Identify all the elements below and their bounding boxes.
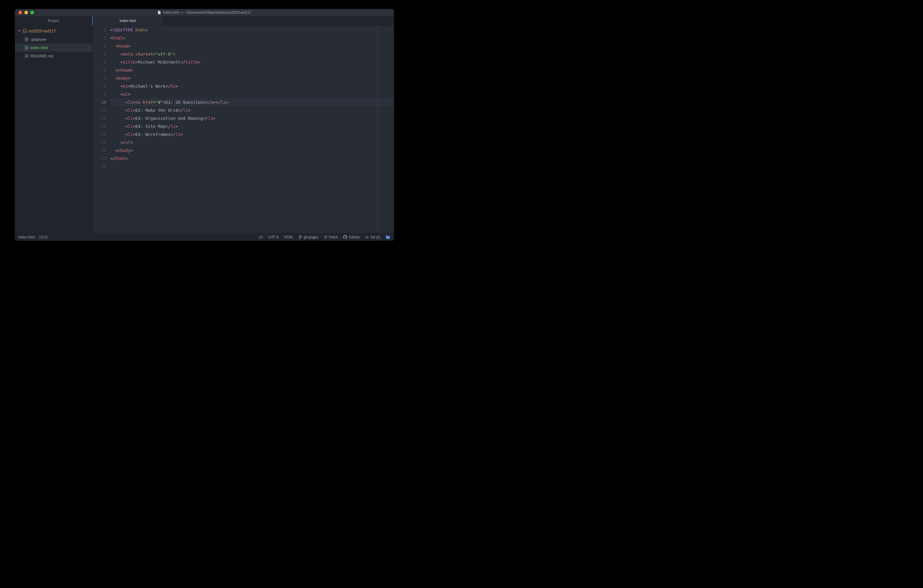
main-area: Project su2020-avt217 .gitignoreindex.ht… [15,16,394,233]
code-line[interactable]: <h1>Michael's Work</h1> [110,82,394,90]
code-line[interactable]: <body> [110,74,394,82]
code-line[interactable]: </ul> [110,138,394,146]
repo-icon [23,29,27,33]
line-number[interactable]: 6 [93,66,106,74]
line-number[interactable]: 13 [93,123,106,130]
status-github[interactable]: GitHub [343,235,360,239]
code-line[interactable]: <title>Michael McDermott</title> [110,58,394,66]
code-line[interactable]: <li>E3: Organization and Naming</li> [110,115,394,123]
svg-point-2 [301,236,302,237]
code-line[interactable] [110,163,394,171]
status-line-ending[interactable]: LF [259,235,263,239]
line-number[interactable]: 17 [93,154,106,163]
line-gutter: 123456789101112131415161718 [93,26,110,233]
line-number[interactable]: 3 [93,42,106,50]
maximize-button[interactable] [30,11,34,14]
line-number[interactable]: 9 [93,90,106,99]
tree-root-label: su2020-avt217 [28,28,56,33]
code-line[interactable]: <html> [110,34,394,42]
line-number[interactable]: 5 [93,58,106,66]
sidebar-panel-tab[interactable]: Project [15,16,93,26]
close-button[interactable] [18,11,22,14]
sidebar: Project su2020-avt217 .gitignoreindex.ht… [15,16,93,233]
code-line[interactable]: <head> [110,42,394,50]
editor-window: index.html — ~/Documents/Repositories/su… [15,9,394,241]
chevron-down-icon [18,30,21,32]
commit-icon [365,236,369,238]
tree-file-label: index.html [30,46,48,50]
code-line[interactable]: <li>E4: Site Map</li> [110,123,394,130]
editor-area: index.html 123456789101112131415161718 <… [93,16,394,233]
code-line[interactable]: <li>E5: Wireframes</li> [110,130,394,138]
status-encoding[interactable]: UTF-8 [269,235,279,239]
code-line[interactable]: <li><a href="#">E1: 20 Questions</a></li… [110,99,394,107]
line-number[interactable]: 4 [93,50,106,58]
line-number[interactable]: 12 [93,115,106,123]
tree-file[interactable]: index.html [15,43,93,52]
status-branch[interactable]: gh-pages [299,235,319,239]
code-line[interactable]: </head> [110,66,394,74]
line-number[interactable]: 15 [93,138,106,146]
code-line[interactable]: <li>E2: Make the Grid</li> [110,107,394,115]
statusbar: index.html 10:22 LF UTF-8 HTML gh-pages … [15,233,394,241]
status-file[interactable]: index.html [18,235,35,239]
file-icon [158,11,161,14]
github-icon [343,235,347,239]
line-number[interactable]: 14 [93,130,106,138]
tab-bar: index.html [93,16,394,26]
code-line[interactable]: <ul> [110,90,394,99]
svg-point-0 [299,235,301,237]
svg-point-3 [366,237,368,238]
code-line[interactable]: </html> [110,154,394,163]
line-number[interactable]: 11 [93,107,106,115]
line-number[interactable]: 2 [93,34,106,42]
line-number[interactable]: 18 [93,163,106,171]
squirrel-icon[interactable] [386,235,391,239]
tree-file-label: README.md [30,54,53,58]
status-fetch[interactable]: Fetch [324,235,338,239]
traffic-lights [15,11,34,14]
tree-file-label: .gitignore [30,37,46,42]
code-content[interactable]: <!DOCTYPE html><html> <head> <meta chars… [110,26,394,233]
code-editor[interactable]: 123456789101112131415161718 <!DOCTYPE ht… [93,26,394,233]
titlebar-text: index.html — ~/Documents/Repositories/su… [163,10,251,15]
line-number[interactable]: 10 [93,99,106,107]
line-number[interactable]: 8 [93,82,106,90]
branch-icon [299,235,302,239]
sync-icon [324,235,327,239]
line-number[interactable]: 7 [93,74,106,82]
tab-active[interactable]: index.html [93,16,163,25]
code-line[interactable]: </body> [110,146,394,154]
file-tree: su2020-avt217 .gitignoreindex.htmlREADME… [15,26,93,233]
status-left: index.html 10:22 [18,235,48,239]
titlebar[interactable]: index.html — ~/Documents/Repositories/su… [15,9,394,16]
file-icon [25,38,28,41]
minimize-button[interactable] [25,11,28,14]
status-cursor[interactable]: 10:22 [39,235,48,239]
status-language[interactable]: HTML [284,235,294,239]
titlebar-title: index.html — ~/Documents/Repositories/su… [15,10,394,15]
line-number[interactable]: 16 [93,146,106,154]
book-icon [25,54,28,57]
status-right: LF UTF-8 HTML gh-pages Fetch GitHub Git … [259,235,391,239]
code-line[interactable]: <!DOCTYPE html> [110,26,394,34]
tree-root[interactable]: su2020-avt217 [15,27,93,35]
tree-file[interactable]: README.md [15,52,93,60]
code-line[interactable]: <meta charset="utf-8"> [110,50,394,58]
status-git[interactable]: Git (2) [365,235,380,239]
line-number[interactable]: 1 [93,26,106,34]
tree-file[interactable]: .gitignore [15,35,93,43]
file-icon [25,46,28,50]
svg-point-1 [299,238,301,239]
tab-label: index.html [120,19,136,23]
